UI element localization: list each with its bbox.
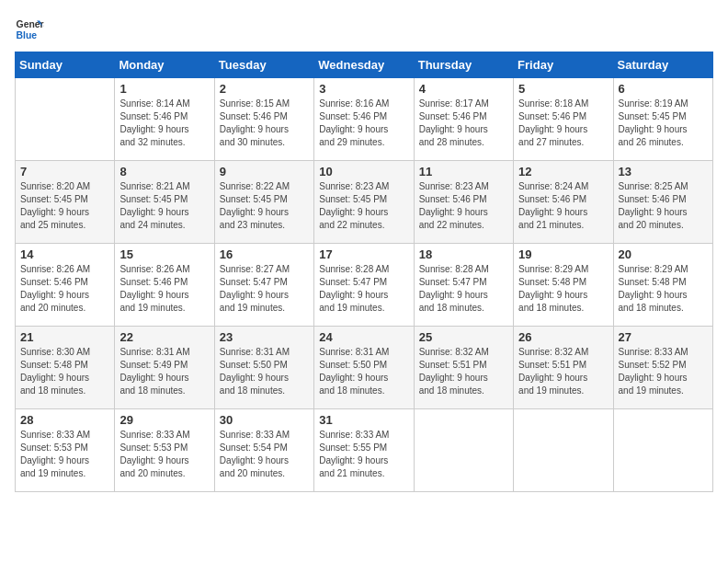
calendar-cell: 8Sunrise: 8:21 AM Sunset: 5:45 PM Daylig…	[115, 161, 214, 244]
day-number: 6	[619, 82, 708, 96]
day-info: Sunrise: 8:33 AM Sunset: 5:53 PM Dayligh…	[119, 429, 209, 480]
day-number: 30	[220, 413, 309, 427]
calendar-cell: 14Sunrise: 8:26 AM Sunset: 5:46 PM Dayli…	[16, 244, 115, 327]
calendar-cell: 29Sunrise: 8:33 AM Sunset: 5:53 PM Dayli…	[115, 409, 214, 492]
day-info: Sunrise: 8:16 AM Sunset: 5:46 PM Dayligh…	[319, 98, 408, 149]
calendar-cell: 10Sunrise: 8:23 AM Sunset: 5:45 PM Dayli…	[314, 161, 414, 244]
logo-icon: General Blue	[15, 15, 44, 44]
calendar-cell: 24Sunrise: 8:31 AM Sunset: 5:50 PM Dayli…	[314, 327, 414, 409]
day-number: 18	[419, 247, 508, 261]
day-number: 27	[619, 330, 708, 344]
calendar-cell	[16, 78, 115, 161]
calendar-body: 1Sunrise: 8:14 AM Sunset: 5:46 PM Daylig…	[16, 78, 713, 492]
column-header-thursday: Thursday	[414, 52, 513, 78]
calendar-cell: 13Sunrise: 8:25 AM Sunset: 5:46 PM Dayli…	[613, 161, 712, 244]
day-info: Sunrise: 8:29 AM Sunset: 5:48 PM Dayligh…	[518, 263, 608, 315]
day-info: Sunrise: 8:31 AM Sunset: 5:50 PM Dayligh…	[220, 346, 309, 397]
calendar-cell: 25Sunrise: 8:32 AM Sunset: 5:51 PM Dayli…	[414, 327, 513, 409]
day-info: Sunrise: 8:28 AM Sunset: 5:47 PM Dayligh…	[319, 263, 408, 315]
day-number: 17	[319, 247, 408, 261]
day-number: 12	[518, 165, 608, 178]
day-number: 19	[518, 247, 608, 261]
calendar-cell: 5Sunrise: 8:18 AM Sunset: 5:46 PM Daylig…	[514, 78, 613, 161]
calendar-cell: 11Sunrise: 8:23 AM Sunset: 5:46 PM Dayli…	[414, 161, 513, 244]
calendar-cell: 23Sunrise: 8:31 AM Sunset: 5:50 PM Dayli…	[214, 327, 313, 409]
day-info: Sunrise: 8:27 AM Sunset: 5:47 PM Dayligh…	[220, 263, 309, 315]
calendar-cell: 1Sunrise: 8:14 AM Sunset: 5:46 PM Daylig…	[115, 78, 214, 161]
day-info: Sunrise: 8:32 AM Sunset: 5:51 PM Dayligh…	[518, 346, 608, 397]
day-number: 1	[119, 82, 209, 96]
day-info: Sunrise: 8:31 AM Sunset: 5:49 PM Dayligh…	[119, 346, 209, 397]
calendar-cell	[514, 409, 613, 492]
column-header-sunday: Sunday	[16, 52, 115, 78]
day-info: Sunrise: 8:25 AM Sunset: 5:46 PM Dayligh…	[619, 180, 708, 232]
column-header-saturday: Saturday	[613, 52, 712, 78]
calendar-cell: 30Sunrise: 8:33 AM Sunset: 5:54 PM Dayli…	[214, 409, 313, 492]
calendar-cell: 21Sunrise: 8:30 AM Sunset: 5:48 PM Dayli…	[16, 327, 115, 409]
column-header-tuesday: Tuesday	[214, 52, 313, 78]
day-number: 9	[220, 165, 309, 178]
calendar-week-5: 28Sunrise: 8:33 AM Sunset: 5:53 PM Dayli…	[16, 409, 713, 492]
day-info: Sunrise: 8:32 AM Sunset: 5:51 PM Dayligh…	[419, 346, 508, 397]
day-number: 14	[20, 247, 109, 261]
day-number: 28	[20, 413, 109, 427]
day-info: Sunrise: 8:29 AM Sunset: 5:48 PM Dayligh…	[619, 263, 708, 315]
day-number: 24	[319, 330, 408, 344]
calendar-cell: 26Sunrise: 8:32 AM Sunset: 5:51 PM Dayli…	[514, 327, 613, 409]
column-header-monday: Monday	[115, 52, 214, 78]
calendar-week-4: 21Sunrise: 8:30 AM Sunset: 5:48 PM Dayli…	[16, 327, 713, 409]
day-info: Sunrise: 8:33 AM Sunset: 5:55 PM Dayligh…	[319, 429, 408, 480]
day-info: Sunrise: 8:28 AM Sunset: 5:47 PM Dayligh…	[419, 263, 508, 315]
day-info: Sunrise: 8:33 AM Sunset: 5:53 PM Dayligh…	[20, 429, 109, 480]
day-info: Sunrise: 8:20 AM Sunset: 5:45 PM Dayligh…	[20, 180, 109, 232]
day-info: Sunrise: 8:33 AM Sunset: 5:52 PM Dayligh…	[619, 346, 708, 397]
day-number: 4	[419, 82, 508, 96]
calendar-cell	[613, 409, 712, 492]
calendar-week-3: 14Sunrise: 8:26 AM Sunset: 5:46 PM Dayli…	[16, 244, 713, 327]
calendar-cell: 3Sunrise: 8:16 AM Sunset: 5:46 PM Daylig…	[314, 78, 414, 161]
day-info: Sunrise: 8:19 AM Sunset: 5:45 PM Dayligh…	[619, 98, 708, 149]
calendar-cell: 19Sunrise: 8:29 AM Sunset: 5:48 PM Dayli…	[514, 244, 613, 327]
day-info: Sunrise: 8:26 AM Sunset: 5:46 PM Dayligh…	[20, 263, 109, 315]
day-info: Sunrise: 8:23 AM Sunset: 5:46 PM Dayligh…	[419, 180, 508, 232]
day-number: 29	[119, 413, 209, 427]
day-number: 16	[220, 247, 309, 261]
day-number: 25	[419, 330, 508, 344]
calendar-cell: 16Sunrise: 8:27 AM Sunset: 5:47 PM Dayli…	[214, 244, 313, 327]
calendar-cell: 6Sunrise: 8:19 AM Sunset: 5:45 PM Daylig…	[613, 78, 712, 161]
day-info: Sunrise: 8:23 AM Sunset: 5:45 PM Dayligh…	[319, 180, 408, 232]
calendar-cell: 4Sunrise: 8:17 AM Sunset: 5:46 PM Daylig…	[414, 78, 513, 161]
day-info: Sunrise: 8:22 AM Sunset: 5:45 PM Dayligh…	[220, 180, 309, 232]
day-info: Sunrise: 8:33 AM Sunset: 5:54 PM Dayligh…	[220, 429, 309, 480]
day-number: 10	[319, 165, 408, 178]
day-number: 22	[119, 330, 209, 344]
page-header: General Blue	[15, 15, 713, 44]
calendar-cell	[414, 409, 513, 492]
day-number: 31	[319, 413, 408, 427]
svg-text:Blue: Blue	[17, 30, 38, 40]
calendar-cell: 15Sunrise: 8:26 AM Sunset: 5:46 PM Dayli…	[115, 244, 214, 327]
calendar-table: SundayMondayTuesdayWednesdayThursdayFrid…	[15, 52, 713, 492]
calendar-cell: 12Sunrise: 8:24 AM Sunset: 5:46 PM Dayli…	[514, 161, 613, 244]
day-info: Sunrise: 8:15 AM Sunset: 5:46 PM Dayligh…	[220, 98, 309, 149]
calendar-week-2: 7Sunrise: 8:20 AM Sunset: 5:45 PM Daylig…	[16, 161, 713, 244]
day-number: 7	[20, 165, 109, 178]
day-number: 21	[20, 330, 109, 344]
day-number: 2	[220, 82, 309, 96]
calendar-header-row: SundayMondayTuesdayWednesdayThursdayFrid…	[16, 52, 713, 78]
day-number: 8	[119, 165, 209, 178]
calendar-cell: 22Sunrise: 8:31 AM Sunset: 5:49 PM Dayli…	[115, 327, 214, 409]
day-number: 13	[619, 165, 708, 178]
calendar-cell: 18Sunrise: 8:28 AM Sunset: 5:47 PM Dayli…	[414, 244, 513, 327]
day-number: 3	[319, 82, 408, 96]
day-number: 15	[119, 247, 209, 261]
day-info: Sunrise: 8:17 AM Sunset: 5:46 PM Dayligh…	[419, 98, 508, 149]
day-info: Sunrise: 8:24 AM Sunset: 5:46 PM Dayligh…	[518, 180, 608, 232]
calendar-week-1: 1Sunrise: 8:14 AM Sunset: 5:46 PM Daylig…	[16, 78, 713, 161]
day-info: Sunrise: 8:18 AM Sunset: 5:46 PM Dayligh…	[518, 98, 608, 149]
day-number: 23	[220, 330, 309, 344]
calendar-cell: 31Sunrise: 8:33 AM Sunset: 5:55 PM Dayli…	[314, 409, 414, 492]
day-number: 26	[518, 330, 608, 344]
calendar-cell: 2Sunrise: 8:15 AM Sunset: 5:46 PM Daylig…	[214, 78, 313, 161]
calendar-cell: 7Sunrise: 8:20 AM Sunset: 5:45 PM Daylig…	[16, 161, 115, 244]
